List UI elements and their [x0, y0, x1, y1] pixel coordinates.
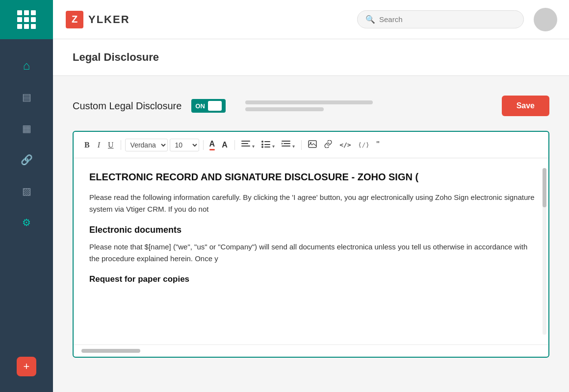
- underline-button[interactable]: U: [105, 139, 117, 151]
- svg-marker-12: [282, 143, 283, 145]
- link-icon: 🔗: [21, 154, 33, 166]
- sidebar: ⌂ ▤ ▦ 🔗 ▨ ⚙ +: [0, 39, 53, 392]
- logo-name: YLKER: [88, 13, 130, 26]
- editor-para-2: Please note that $[name] ("we", "us" or …: [89, 241, 537, 265]
- page-header: Legal Disclosure: [53, 39, 569, 76]
- editor-para-1: Please read the following information ca…: [89, 192, 537, 215]
- app-grid-button[interactable]: [0, 0, 53, 39]
- svg-rect-9: [282, 141, 290, 142]
- svg-point-7: [261, 146, 263, 148]
- toggle-thumb: [208, 101, 222, 111]
- svg-rect-4: [264, 141, 270, 142]
- chart-icon: ▨: [22, 185, 31, 197]
- page-body: Custom Legal Disclosure ON Save: [53, 76, 569, 377]
- add-button[interactable]: +: [17, 357, 36, 376]
- sidebar-item-link[interactable]: 🔗: [0, 145, 53, 174]
- size-select[interactable]: 10: [170, 139, 199, 151]
- editor-container: B I U Verdana 10 A: [73, 131, 549, 358]
- home-icon: ⌂: [23, 59, 30, 73]
- font-color-button[interactable]: A: [207, 140, 217, 150]
- editor-hscroll: [74, 344, 548, 357]
- save-button[interactable]: Save: [502, 96, 549, 116]
- svg-rect-11: [282, 146, 290, 147]
- main-content: Legal Disclosure Custom Legal Disclosure…: [53, 39, 569, 392]
- sidebar-item-chart[interactable]: ▨: [0, 176, 53, 206]
- toolbar-separator-3: [234, 140, 235, 150]
- svg-rect-1: [241, 143, 248, 144]
- toolbar-separator-1: [121, 140, 121, 150]
- disclosure-line-2: [245, 107, 324, 111]
- grid-icon: [17, 10, 36, 29]
- svg-rect-8: [264, 147, 270, 147]
- indent-button[interactable]: ▾: [279, 138, 297, 151]
- special-chars-button[interactable]: ⟨/⟩: [356, 139, 372, 150]
- toolbar-separator-4: [301, 140, 302, 150]
- scrollbar-thumb[interactable]: [543, 168, 546, 207]
- disclosure-line-1: [245, 100, 373, 104]
- editor-heading: ELECTRONIC RECORD AND SIGNATURE DISCLOSU…: [89, 170, 537, 184]
- sidebar-item-reports[interactable]: ▤: [0, 82, 53, 112]
- svg-point-3: [261, 141, 263, 143]
- svg-rect-0: [241, 141, 250, 142]
- search-input[interactable]: [379, 15, 516, 24]
- editor-subheading-1: Electronic documents: [89, 225, 537, 235]
- align-button[interactable]: ▾: [239, 138, 257, 151]
- toggle-label: ON: [195, 102, 205, 110]
- logo-letter: Z: [66, 11, 83, 28]
- svg-rect-6: [264, 144, 270, 145]
- disclosure-row: Custom Legal Disclosure ON Save: [73, 96, 549, 116]
- code-button[interactable]: </>: [337, 139, 353, 150]
- editor-toolbar: B I U Verdana 10 A: [74, 132, 548, 158]
- reports-icon: ▤: [22, 91, 31, 103]
- list-button[interactable]: ▾: [259, 138, 277, 151]
- editor-subheading-2: Request for paper copies: [89, 274, 537, 290]
- plus-icon: +: [24, 361, 30, 372]
- editor-body[interactable]: ELECTRONIC RECORD AND SIGNATURE DISCLOSU…: [74, 158, 548, 344]
- quote-button[interactable]: ": [374, 138, 382, 152]
- svg-rect-2: [241, 146, 250, 147]
- avatar[interactable]: [534, 8, 557, 31]
- search-icon: 🔍: [365, 15, 375, 24]
- disclosure-label: Custom Legal Disclosure: [73, 100, 181, 112]
- sidebar-item-home[interactable]: ⌂: [0, 51, 53, 80]
- search-box[interactable]: 🔍: [357, 10, 524, 28]
- editor-body-wrapper: ELECTRONIC RECORD AND SIGNATURE DISCLOSU…: [74, 158, 548, 344]
- bold-button[interactable]: B: [81, 139, 93, 151]
- bg-color-button[interactable]: A: [219, 139, 231, 151]
- sidebar-item-settings[interactable]: ⚙: [0, 208, 53, 237]
- svg-point-5: [261, 144, 263, 146]
- page-title: Legal Disclosure: [73, 51, 549, 64]
- sidebar-item-table[interactable]: ▦: [0, 114, 53, 143]
- logo: Z YLKER: [66, 11, 130, 28]
- hscroll-thumb[interactable]: [81, 349, 140, 353]
- table-icon: ▦: [22, 122, 31, 134]
- svg-point-14: [310, 142, 311, 144]
- header: Z YLKER 🔍: [0, 0, 569, 39]
- italic-button[interactable]: I: [95, 139, 103, 151]
- toggle-switch[interactable]: ON: [191, 99, 226, 113]
- hyperlink-button[interactable]: [321, 138, 335, 151]
- editor-scrollbar[interactable]: [543, 168, 546, 335]
- font-select[interactable]: Verdana: [125, 139, 168, 151]
- image-button[interactable]: [306, 138, 319, 151]
- svg-rect-10: [284, 143, 290, 144]
- settings-icon: ⚙: [22, 217, 31, 228]
- disclosure-lines: [245, 100, 492, 111]
- toolbar-separator-2: [203, 140, 204, 150]
